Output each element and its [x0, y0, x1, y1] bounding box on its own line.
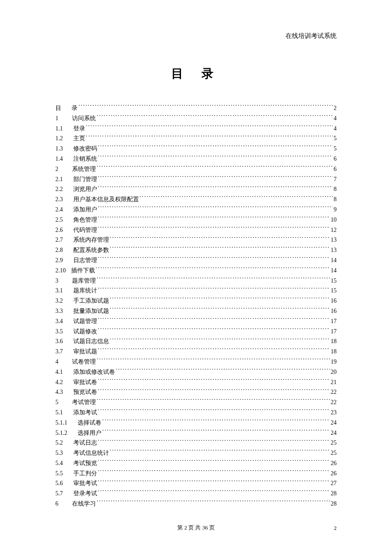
toc-entry-page: 8	[334, 184, 337, 194]
toc-entry-number: 4	[55, 357, 58, 367]
toc-entry-number: 2.1	[55, 174, 63, 185]
document-page: 在线培训考试系统 目 录 目录21访问系统41.1登录41.2主页51.3修改密…	[0, 0, 392, 535]
toc-leader-dots	[110, 307, 330, 313]
toc-entry-page: 5	[334, 144, 337, 154]
toc-entry-page: 16	[331, 306, 337, 316]
toc-entry-page: 8	[334, 194, 337, 205]
toc-entry-title: 系统内存管理	[73, 235, 109, 245]
toc-leader-dots	[102, 429, 330, 435]
toc-entry: 3.3批量添加试题16	[55, 306, 337, 316]
toc-entry-page: 13	[331, 235, 337, 245]
toc-entry-number: 3.1	[55, 286, 63, 296]
toc-entry: 5.1.1选择试卷24	[55, 418, 337, 428]
toc-entry-title: 题库管理	[72, 276, 96, 286]
toc-entry-page: 6	[334, 154, 337, 164]
toc-entry: 2.5角色管理10	[55, 215, 337, 225]
toc-entry-page: 14	[331, 266, 337, 276]
toc-entry-page: 17	[331, 327, 337, 337]
toc-entry-page: 4	[334, 113, 337, 124]
toc-leader-dots	[110, 236, 330, 242]
toc-entry-title: 用户基本信息及权限配置	[73, 194, 139, 205]
toc-entry: 2系统管理6	[55, 164, 337, 174]
toc-entry-title: 试题日志信息	[73, 336, 109, 347]
toc-entry-title: 手工添加试题	[73, 296, 109, 306]
toc-entry: 3.5试题修改17	[55, 327, 337, 337]
toc-leader-dots	[98, 216, 330, 222]
toc-entry-number: 5.5	[55, 468, 63, 479]
toc-entry-page: 27	[331, 478, 337, 489]
toc-leader-dots	[110, 337, 330, 343]
toc-entry: 5.5手工判分26	[55, 468, 337, 479]
toc-entry-page: 2	[334, 103, 337, 113]
toc-entry-page: 23	[331, 408, 337, 418]
toc-entry-number: 2.7	[55, 235, 63, 245]
toc-entry-number: 5.3	[55, 448, 63, 458]
toc-entry-page: 17	[331, 316, 337, 327]
toc-entry-title: 考试管理	[72, 397, 96, 408]
toc-entry-title: 批量添加试题	[73, 306, 109, 316]
toc-entry-page: 19	[331, 357, 337, 367]
toc-entry-title: 登录考试	[73, 489, 97, 499]
toc-entry: 5.1.2选择用户24	[55, 428, 337, 438]
toc-entry-title: 日志管理	[73, 255, 97, 266]
toc-entry-number: 5.2	[55, 438, 63, 448]
toc-entry-number: 2.8	[55, 245, 63, 255]
toc-entry: 3.2手工添加试题16	[55, 296, 337, 306]
toc-entry-number: 1.1	[55, 124, 63, 134]
toc-leader-dots	[97, 165, 333, 171]
toc-leader-dots	[98, 317, 330, 323]
toc-leader-dots	[98, 388, 330, 394]
toc-leader-dots	[110, 449, 330, 455]
toc-leader-dots	[98, 327, 330, 333]
toc-entry-number: 3	[55, 276, 58, 286]
toc-entry-number: 2.6	[55, 225, 63, 235]
toc-entry-page: 28	[331, 499, 337, 509]
toc-entry-number: 5.7	[55, 489, 63, 499]
toc-leader-dots	[78, 104, 333, 110]
toc-entry-number: 1	[55, 113, 58, 124]
toc-entry-title: 录	[72, 103, 78, 113]
toc-entry: 2.10插件下载14	[55, 266, 337, 276]
toc-entry-page: 28	[331, 489, 337, 499]
toc-entry-title: 手工判分	[73, 468, 97, 479]
toc-entry: 3.4试题管理17	[55, 316, 337, 327]
toc-entry-title: 审批试卷	[73, 377, 97, 387]
toc-entry: 1.2主页5	[55, 133, 337, 144]
header-system-name: 在线培训考试系统	[55, 32, 337, 40]
toc-leader-dots	[97, 114, 333, 120]
toc-entry-page: 25	[331, 438, 337, 448]
toc-entry-title: 代码管理	[73, 225, 97, 235]
toc-entry-title: 系统管理	[72, 164, 96, 174]
toc-leader-dots	[98, 479, 330, 485]
toc-entry-page: 7	[334, 174, 337, 185]
toc-entry-title: 添加考试	[73, 408, 97, 418]
toc-entry-title: 题库统计	[73, 286, 97, 296]
toc-entry-page: 20	[331, 367, 337, 377]
toc-leader-dots	[98, 469, 330, 475]
toc-leader-dots	[98, 256, 330, 262]
toc-entry-page: 22	[331, 397, 337, 408]
toc-entry-title: 修改密码	[73, 144, 97, 154]
toc-entry-number: 3.6	[55, 336, 63, 347]
toc-entry: 1访问系统4	[55, 113, 337, 124]
toc-entry: 3.1题库统计15	[55, 286, 337, 296]
toc-entry: 3题库管理15	[55, 276, 337, 286]
toc-entry: 1.1登录4	[55, 124, 337, 134]
toc-entry-page: 4	[334, 124, 337, 134]
toc-entry-title: 注销系统	[73, 154, 97, 164]
toc-entry-number: 3.2	[55, 296, 63, 306]
toc-entry-number: 5.1.1	[55, 418, 67, 428]
toc-entry-number: 5.1.2	[55, 428, 67, 438]
toc-entry-title: 角色管理	[73, 215, 97, 225]
toc-entry-number: 2.5	[55, 215, 63, 225]
toc-entry-number: 3.7	[55, 347, 63, 357]
toc-entry: 3.6试题日志信息18	[55, 336, 337, 347]
toc-entry: 5.7登录考试28	[55, 489, 337, 499]
toc-entry-page: 12	[331, 225, 337, 235]
toc-entry-page: 22	[331, 387, 337, 397]
toc-entry: 6在线学习28	[55, 499, 337, 509]
toc-entry: 5考试管理22	[55, 397, 337, 408]
toc-entry-number: 2.2	[55, 184, 63, 194]
toc-leader-dots	[98, 439, 330, 445]
toc-entry-number: 2	[55, 164, 58, 174]
